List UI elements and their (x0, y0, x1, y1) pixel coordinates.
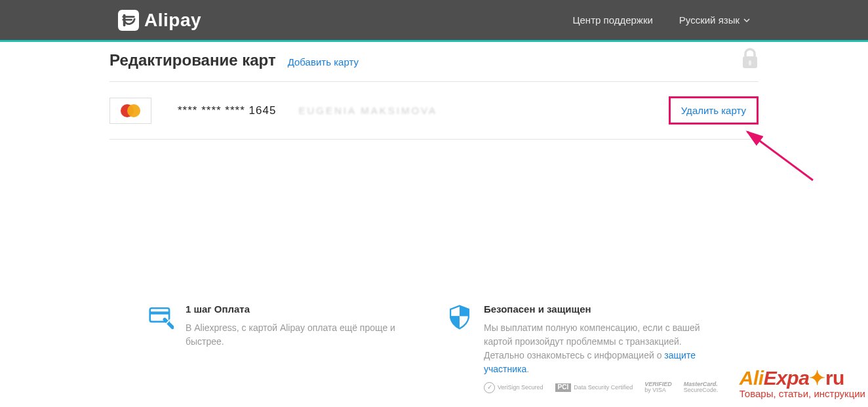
verified-by-visa-badge: VERIFIEDby VISA (644, 381, 672, 394)
card-number: **** **** **** 1645 (178, 104, 276, 117)
info-pay-text: В Aliexpress, с картой Alipay оплата ещё… (186, 321, 421, 349)
lock-icon (741, 47, 759, 72)
svg-point-4 (127, 104, 140, 117)
main-content: Редактирование карт Добавить карту **** … (109, 42, 759, 394)
pci-badge: PCI Data Security Certified (555, 383, 633, 392)
brand-name: Alipay (144, 10, 201, 31)
page-title: Редактирование карт (109, 51, 276, 69)
title-row: Редактирование карт Добавить карту (109, 51, 759, 81)
info-pay-title: 1 шаг Оплата (186, 303, 421, 315)
brand-logo[interactable]: Alipay (118, 10, 201, 31)
verisign-badge: ✓ VeriSign Secured (484, 382, 543, 393)
language-label: Русский язык (679, 14, 740, 26)
security-badges: ✓ VeriSign Secured PCI Data Security Cer… (484, 381, 719, 394)
info-payment: 1 шаг Оплата В Aliexpress, с картой Alip… (149, 303, 421, 394)
info-secure-title: Безопасен и защищен (484, 303, 719, 315)
card-row: **** **** **** 1645 EUGENIA MAKSIMOVA Уд… (109, 82, 759, 140)
card-holder-name: EUGENIA MAKSIMOVA (298, 105, 437, 116)
info-secure-text: Мы выплатим полную компенсацию, если с в… (484, 321, 719, 376)
mastercard-securecode-badge: MasterCard.SecureCode. (684, 381, 719, 394)
support-link[interactable]: Центр поддержки (572, 14, 652, 26)
svg-rect-2 (749, 60, 751, 66)
info-section: 1 шаг Оплата В Aliexpress, с картой Alip… (109, 303, 759, 394)
svg-rect-6 (150, 311, 169, 314)
mastercard-icon (109, 98, 151, 124)
top-header: Alipay Центр поддержки Русский язык (0, 0, 868, 42)
shield-icon (447, 305, 472, 394)
info-security: Безопасен и защищен Мы выплатим полную к… (447, 303, 719, 394)
card-pay-icon (149, 305, 174, 394)
add-card-link[interactable]: Добавить карту (288, 56, 359, 68)
alipay-logo-icon (118, 10, 139, 31)
wm-expa: Expa (764, 367, 810, 389)
wm-ru: ru (825, 367, 844, 389)
chevron-down-icon (743, 17, 750, 24)
language-selector[interactable]: Русский язык (679, 14, 750, 26)
star-icon: ✦ (809, 367, 825, 389)
delete-card-button[interactable]: Удалить карту (669, 96, 759, 125)
